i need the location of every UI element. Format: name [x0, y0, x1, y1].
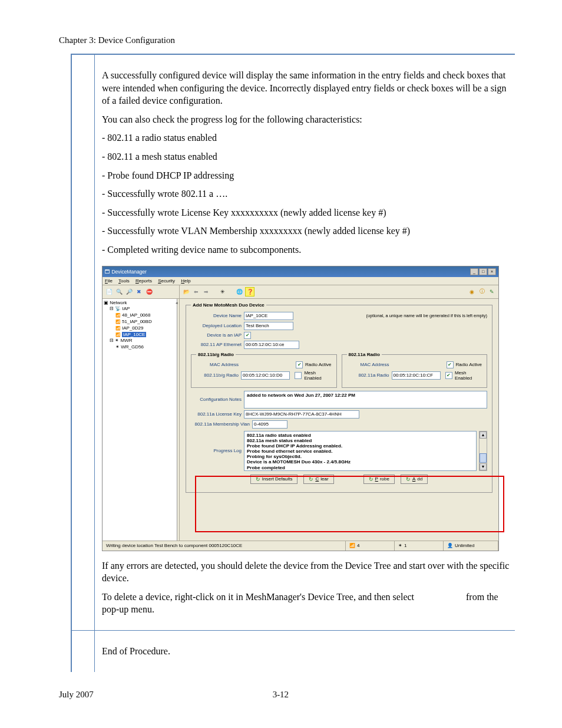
menu-reports[interactable]: Reports [135, 278, 152, 284]
list-item: - 802.11 a radio status enabled [102, 131, 515, 144]
network-icon[interactable]: ✳ [219, 288, 227, 296]
mac-label: MAC Address [347, 362, 389, 367]
scroll-thumb[interactable] [480, 453, 487, 463]
device-name-hint: (optional, a unique name will be generat… [366, 313, 487, 318]
tree-item[interactable]: IAP_0D29 [115, 325, 178, 332]
help-icon[interactable]: ❓ [245, 287, 254, 297]
device-tree[interactable]: Network 📡 IAP 48_IAP_0068 51_IAP_00BD IA… [103, 299, 180, 541]
radio-active-label: Radio Active [456, 362, 482, 367]
statusbar: Writing device location Test Bench to co… [103, 541, 498, 551]
menu-tools[interactable]: Tools [118, 278, 130, 284]
mac-label: MAC Address [196, 362, 239, 367]
tree-toolbar: 📄 🔍 🔎 ✖ ⛔ [103, 285, 180, 298]
list-item: - Probe found DHCP IP addressing [102, 169, 515, 182]
is-iap-label: Device is an IAP [191, 332, 242, 338]
a-radio-label: 802.11a Radio [347, 373, 389, 378]
a-mesh-checkbox[interactable]: ✔ [445, 372, 452, 379]
device-name-label: Device Name [191, 313, 242, 318]
page-number: 3-12 [94, 690, 468, 700]
maximize-button[interactable]: □ [479, 268, 487, 275]
notes-label: Configuration Notes [191, 391, 242, 402]
menu-file[interactable]: File [105, 278, 113, 284]
a-radio-input[interactable]: 00:05:12:0C:10:CF [392, 371, 441, 380]
list-item: - 802.11 a mesh status enabled [102, 150, 515, 163]
insert-defaults-button[interactable]: Insert Defaults [250, 475, 298, 484]
vlan-input[interactable]: 0-4095 [252, 420, 287, 429]
paragraph: To delete a device, right-click on it in… [102, 591, 515, 616]
tree-item-selected[interactable]: IAP_10CE [115, 332, 178, 338]
status-message: Writing device location Test Bench to co… [103, 541, 346, 551]
a-radio-legend: 802.11a Radio [347, 352, 382, 357]
progress-log[interactable]: 802.11a radio status enabled 802.11a mes… [244, 431, 477, 471]
license-label: 802.11a License Key [191, 411, 242, 417]
status-count-2: ✴ 1 [395, 541, 444, 551]
close-button[interactable]: × [488, 268, 496, 275]
tree-item[interactable]: 48_IAP_0068 [115, 312, 178, 319]
main-toolbar: 📂 ⬅ ➡ ✳ 🌐 ❓ ◉ ⓘ [180, 285, 498, 298]
print-icon[interactable]: 🌐 [235, 288, 243, 296]
form-panel: Add New MotoMesh Duo Device Device Name … [180, 299, 498, 541]
open-icon[interactable]: 📂 [182, 288, 190, 296]
vlan-label: 802.11a Membership Vlan [191, 421, 250, 427]
scroll-up-icon[interactable]: ▲ [480, 431, 487, 439]
scroll-down-icon[interactable]: ▼ [480, 463, 487, 470]
bg-radio-input[interactable]: 00:05:12:0C:10:D0 [241, 371, 290, 380]
location-input[interactable]: Test Bench [244, 322, 293, 330]
ap-ethernet-input[interactable]: 00:05:12:0C:10:ce [244, 341, 299, 349]
menubar[interactable]: File Tools Reports Security Help [103, 277, 498, 285]
refresh-icon[interactable]: 🔍 [115, 288, 123, 296]
is-iap-checkbox[interactable]: ✔ [244, 332, 251, 339]
progress-log-label: Progress Log [191, 448, 242, 453]
footer-date: July 2007 [59, 690, 94, 700]
bg-mesh-checkbox[interactable] [295, 372, 302, 379]
window-title: DeviceManager [111, 269, 147, 275]
radio-active-label: Radio Active [305, 362, 331, 367]
menu-help[interactable]: Help [181, 278, 190, 284]
wand-icon[interactable]: ✎ [488, 288, 496, 296]
form-legend: Add New MotoMesh Duo Device [191, 302, 266, 308]
find-icon[interactable]: 🔎 [125, 288, 133, 296]
new-icon[interactable]: 📄 [105, 288, 113, 296]
menu-security[interactable]: Security [158, 278, 175, 284]
notes-input[interactable]: added to network on Wed Jun 27, 2007 12:… [244, 391, 487, 409]
splitter[interactable] [177, 299, 179, 541]
paragraph: You can also check the progress log for … [102, 113, 515, 126]
tools-icon[interactable]: ✖ [135, 288, 143, 296]
list-item: - Successfully wrote 802.11 a …. [102, 187, 515, 200]
bg-radio-active-checkbox[interactable]: ✔ [296, 361, 303, 368]
device-manager-window: 🗔 DeviceManager _□× File Tools Reports S… [102, 266, 499, 551]
tree-item[interactable]: 51_IAP_00BD [115, 319, 178, 325]
titlebar[interactable]: 🗔 DeviceManager _□× [103, 266, 498, 277]
paragraph: If any errors are detected, you should d… [102, 559, 515, 585]
probe-button[interactable]: Probe [363, 475, 395, 484]
bg-radio-label: 802.11b/g Radio [196, 373, 239, 378]
status-count-1: 📶 4 [346, 541, 395, 551]
window-controls[interactable]: _□× [470, 268, 496, 275]
mesh-enabled-label: Mesh Enabled [304, 370, 331, 381]
bg-radio-legend: 802.11b/g Radio [196, 352, 236, 357]
log-scrollbar[interactable]: ▲ ▼ [479, 431, 487, 471]
paragraph: A successfully configured device will di… [102, 69, 515, 107]
clear-button[interactable]: Clear [303, 475, 333, 484]
add-button[interactable]: Add [401, 475, 428, 484]
location-label: Deployed Location [191, 323, 242, 328]
list-item: - Successfully wrote VLAN Membership xxx… [102, 225, 515, 238]
list-item: - Completed writing device name to subco… [102, 243, 515, 256]
forward-icon[interactable]: ➡ [202, 288, 210, 296]
list-item: - Successfully wrote License Key xxxxxxx… [102, 206, 515, 219]
status-license: 👤 Unlimited [444, 541, 498, 551]
license-input[interactable]: 8HCX-WJ99-M9CN-RH7P-77CA-8C37-4HNH [244, 410, 359, 419]
tree-item[interactable]: ✴ WR_GD56 [115, 344, 178, 351]
minimize-button[interactable]: _ [470, 268, 478, 275]
mesh-enabled-label: Mesh Enabled [455, 370, 482, 381]
chapter-header: Chapter 3: Device Configuration [59, 35, 503, 45]
end-of-procedure: End of Procedure. [102, 645, 515, 658]
info-icon[interactable]: ⓘ [478, 288, 486, 296]
back-icon[interactable]: ⬅ [192, 288, 200, 296]
target-icon[interactable]: ◉ [468, 288, 476, 296]
a-radio-active-checkbox[interactable]: ✔ [447, 361, 454, 368]
device-name-input[interactable]: IAP_10CE [244, 312, 293, 320]
delete-icon[interactable]: ⛔ [145, 288, 153, 296]
ap-ethernet-label: 802.11 AP Ethernet [191, 342, 242, 347]
